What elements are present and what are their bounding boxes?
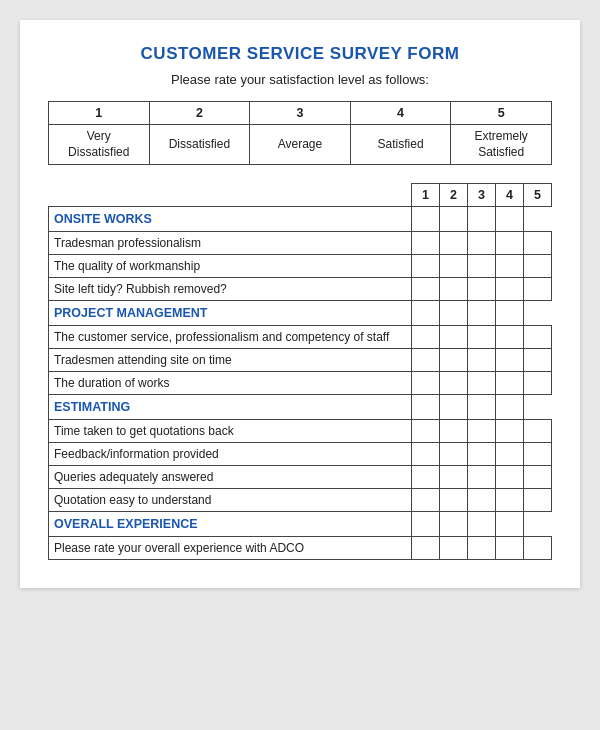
section-rating-1-0 bbox=[412, 301, 440, 326]
section-rating-1-4 bbox=[524, 301, 552, 326]
rating-cell-3-0-4[interactable] bbox=[524, 537, 552, 560]
rating-cell-1-2-0[interactable] bbox=[412, 372, 440, 395]
rating-cell-0-2-0[interactable] bbox=[412, 278, 440, 301]
item-row-0-1: The quality of workmanship bbox=[49, 255, 552, 278]
scale-label-4: Satisfied bbox=[350, 125, 451, 165]
subtitle: Please rate your satisfaction level as f… bbox=[48, 72, 552, 87]
rating-cell-1-1-2[interactable] bbox=[468, 349, 496, 372]
rating-cell-0-1-4[interactable] bbox=[524, 255, 552, 278]
scale-col-1: 1 bbox=[49, 102, 150, 125]
item-row-0-2: Site left tidy? Rubbish removed? bbox=[49, 278, 552, 301]
scale-label-1: VeryDissatisfied bbox=[49, 125, 150, 165]
rating-cell-0-1-3[interactable] bbox=[496, 255, 524, 278]
header-col-2: 2 bbox=[440, 184, 468, 207]
section-rating-0-3 bbox=[496, 207, 524, 232]
rating-cell-0-0-1[interactable] bbox=[440, 232, 468, 255]
rating-cell-2-3-4[interactable] bbox=[524, 489, 552, 512]
rating-cell-1-1-4[interactable] bbox=[524, 349, 552, 372]
rating-cell-2-0-1[interactable] bbox=[440, 420, 468, 443]
section-rating-3-2 bbox=[468, 512, 496, 537]
rating-scale-table: 1 2 3 4 5 VeryDissatisfied Dissatisfied … bbox=[48, 101, 552, 165]
item-label-2-1: Feedback/information provided bbox=[49, 443, 412, 466]
rating-cell-2-2-0[interactable] bbox=[412, 466, 440, 489]
rating-cell-1-2-1[interactable] bbox=[440, 372, 468, 395]
rating-cell-1-2-3[interactable] bbox=[496, 372, 524, 395]
survey-page: CUSTOMER SERVICE SURVEY FORM Please rate… bbox=[20, 20, 580, 588]
rating-cell-2-2-3[interactable] bbox=[496, 466, 524, 489]
section-label-3: OVERALL EXPERIENCE bbox=[49, 512, 412, 537]
rating-cell-3-0-2[interactable] bbox=[468, 537, 496, 560]
rating-cell-1-2-4[interactable] bbox=[524, 372, 552, 395]
rating-cell-3-0-0[interactable] bbox=[412, 537, 440, 560]
rating-cell-0-1-1[interactable] bbox=[440, 255, 468, 278]
rating-cell-0-0-3[interactable] bbox=[496, 232, 524, 255]
header-col-5: 5 bbox=[524, 184, 552, 207]
item-row-1-0: The customer service, professionalism an… bbox=[49, 326, 552, 349]
section-rating-2-2 bbox=[468, 395, 496, 420]
item-row-1-2: The duration of works bbox=[49, 372, 552, 395]
rating-cell-0-0-2[interactable] bbox=[468, 232, 496, 255]
section-row-2: ESTIMATING bbox=[49, 395, 552, 420]
rating-cell-1-1-0[interactable] bbox=[412, 349, 440, 372]
section-rating-2-0 bbox=[412, 395, 440, 420]
item-row-0-0: Tradesman professionalism bbox=[49, 232, 552, 255]
rating-cell-2-3-1[interactable] bbox=[440, 489, 468, 512]
rating-cell-2-3-2[interactable] bbox=[468, 489, 496, 512]
rating-cell-1-0-1[interactable] bbox=[440, 326, 468, 349]
section-row-3: OVERALL EXPERIENCE bbox=[49, 512, 552, 537]
section-rating-3-0 bbox=[412, 512, 440, 537]
item-row-1-1: Tradesmen attending site on time bbox=[49, 349, 552, 372]
item-label-2-2: Queries adequately answered bbox=[49, 466, 412, 489]
header-label-empty bbox=[49, 184, 412, 207]
item-label-0-2: Site left tidy? Rubbish removed? bbox=[49, 278, 412, 301]
rating-cell-1-2-2[interactable] bbox=[468, 372, 496, 395]
rating-cell-1-0-4[interactable] bbox=[524, 326, 552, 349]
rating-cell-0-2-4[interactable] bbox=[524, 278, 552, 301]
rating-cell-3-0-1[interactable] bbox=[440, 537, 468, 560]
rating-cell-0-2-2[interactable] bbox=[468, 278, 496, 301]
scale-col-4: 4 bbox=[350, 102, 451, 125]
item-label-0-0: Tradesman professionalism bbox=[49, 232, 412, 255]
rating-cell-1-0-3[interactable] bbox=[496, 326, 524, 349]
rating-cell-2-1-4[interactable] bbox=[524, 443, 552, 466]
section-rating-0-0 bbox=[412, 207, 440, 232]
item-row-3-0: Please rate your overall experience with… bbox=[49, 537, 552, 560]
section-rating-2-1 bbox=[440, 395, 468, 420]
rating-cell-1-0-2[interactable] bbox=[468, 326, 496, 349]
section-label-2: ESTIMATING bbox=[49, 395, 412, 420]
rating-cell-2-3-0[interactable] bbox=[412, 489, 440, 512]
rating-cell-2-3-3[interactable] bbox=[496, 489, 524, 512]
rating-cell-2-2-2[interactable] bbox=[468, 466, 496, 489]
rating-cell-2-1-0[interactable] bbox=[412, 443, 440, 466]
rating-cell-2-0-2[interactable] bbox=[468, 420, 496, 443]
rating-cell-0-2-3[interactable] bbox=[496, 278, 524, 301]
rating-cell-2-0-0[interactable] bbox=[412, 420, 440, 443]
main-title: CUSTOMER SERVICE SURVEY FORM bbox=[48, 44, 552, 64]
section-label-1: PROJECT MANAGEMENT bbox=[49, 301, 412, 326]
rating-cell-2-0-4[interactable] bbox=[524, 420, 552, 443]
rating-cell-0-0-4[interactable] bbox=[524, 232, 552, 255]
rating-cell-2-1-3[interactable] bbox=[496, 443, 524, 466]
section-rating-3-1 bbox=[440, 512, 468, 537]
header-col-4: 4 bbox=[496, 184, 524, 207]
rating-cell-1-0-0[interactable] bbox=[412, 326, 440, 349]
rating-cell-2-2-1[interactable] bbox=[440, 466, 468, 489]
rating-cell-1-1-3[interactable] bbox=[496, 349, 524, 372]
scale-col-5: 5 bbox=[451, 102, 552, 125]
section-rating-3-4 bbox=[524, 512, 552, 537]
section-rating-0-2 bbox=[468, 207, 496, 232]
rating-cell-0-1-0[interactable] bbox=[412, 255, 440, 278]
rating-cell-2-1-2[interactable] bbox=[468, 443, 496, 466]
rating-cell-2-2-4[interactable] bbox=[524, 466, 552, 489]
scale-label-2: Dissatisfied bbox=[149, 125, 250, 165]
rating-cell-0-2-1[interactable] bbox=[440, 278, 468, 301]
rating-cell-2-0-3[interactable] bbox=[496, 420, 524, 443]
rating-cell-3-0-3[interactable] bbox=[496, 537, 524, 560]
rating-cell-0-0-0[interactable] bbox=[412, 232, 440, 255]
survey-table: 1 2 3 4 5 ONSITE WORKSTradesman professi… bbox=[48, 183, 552, 560]
scale-col-3: 3 bbox=[250, 102, 351, 125]
rating-cell-2-1-1[interactable] bbox=[440, 443, 468, 466]
scale-col-2: 2 bbox=[149, 102, 250, 125]
rating-cell-0-1-2[interactable] bbox=[468, 255, 496, 278]
rating-cell-1-1-1[interactable] bbox=[440, 349, 468, 372]
